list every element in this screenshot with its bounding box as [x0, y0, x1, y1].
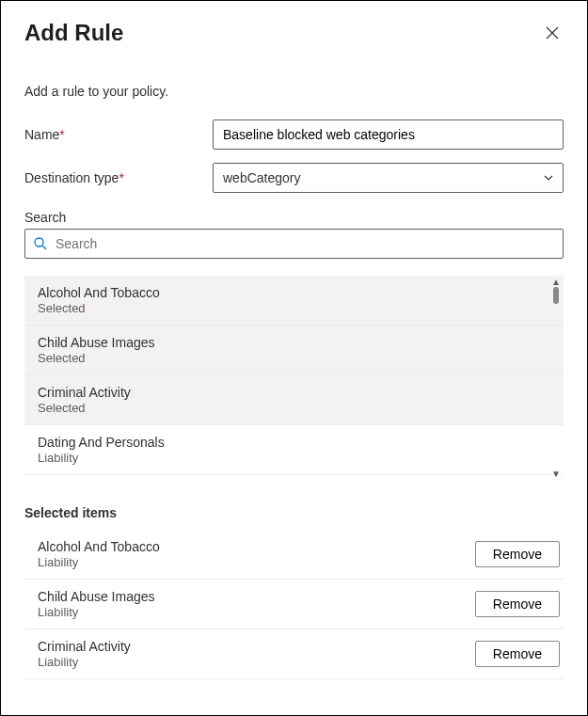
category-list: Alcohol And TobaccoSelectedChild Abuse I…	[24, 276, 564, 481]
search-input[interactable]	[56, 236, 555, 251]
list-item-sub: Selected	[38, 351, 550, 365]
selected-item-sub: Liability	[38, 555, 160, 569]
search-icon	[33, 236, 48, 251]
list-item-sub: Liability	[38, 451, 550, 465]
panel-subtitle: Add a rule to your policy.	[24, 84, 564, 99]
name-label: Name*	[24, 127, 213, 142]
scroll-down-icon: ▼	[551, 469, 561, 479]
list-item[interactable]: Child Abuse ImagesSelected	[24, 326, 564, 375]
list-item[interactable]: Alcohol And TobaccoSelected	[24, 276, 564, 326]
list-item[interactable]: Criminal ActivitySelected	[24, 375, 564, 425]
svg-point-0	[35, 238, 43, 247]
selected-item-sub: Liability	[38, 605, 155, 619]
destination-type-select[interactable]: webCategory	[213, 163, 564, 193]
panel-title: Add Rule	[24, 20, 123, 46]
scroll-thumb[interactable]	[553, 287, 559, 304]
close-icon	[545, 25, 560, 40]
svg-line-1	[42, 246, 46, 249]
list-item-sub: Selected	[38, 301, 550, 315]
search-section: Search	[24, 210, 564, 259]
name-row: Name*	[24, 119, 564, 150]
panel-header: Add Rule	[24, 20, 564, 46]
name-input[interactable]	[213, 119, 564, 150]
selected-item-row: Child Abuse ImagesLiabilityRemove	[24, 580, 564, 629]
search-box[interactable]	[24, 229, 564, 259]
scroll-up-icon: ▲	[551, 278, 561, 287]
add-rule-panel: Add Rule Add a rule to your policy. Name…	[0, 0, 588, 716]
selected-items-heading: Selected items	[24, 505, 564, 520]
destination-type-label: Destination type*	[24, 170, 213, 185]
destination-type-select-wrapper: webCategory	[213, 163, 564, 193]
list-item-name: Dating And Personals	[38, 435, 550, 450]
required-marker: *	[119, 170, 123, 185]
scrollbar[interactable]: ▲ ▼	[549, 276, 563, 481]
destination-type-row: Destination type* webCategory	[24, 163, 564, 193]
close-button[interactable]	[541, 22, 564, 44]
selected-item-name: Criminal Activity	[38, 639, 131, 654]
remove-button[interactable]: Remove	[475, 591, 560, 617]
selected-item-name: Child Abuse Images	[38, 589, 155, 604]
search-label: Search	[24, 210, 564, 225]
selected-item-sub: Liability	[38, 655, 131, 669]
selected-item-row: Criminal ActivityLiabilityRemove	[24, 629, 564, 679]
selected-item-row: Alcohol And TobaccoLiabilityRemove	[24, 530, 564, 580]
list-item-name: Criminal Activity	[38, 385, 550, 400]
required-marker: *	[59, 127, 64, 142]
list-item-name: Alcohol And Tobacco	[38, 285, 550, 300]
remove-button[interactable]: Remove	[475, 641, 560, 667]
selected-item-name: Alcohol And Tobacco	[38, 539, 160, 554]
remove-button[interactable]: Remove	[475, 541, 560, 567]
list-item-name: Child Abuse Images	[38, 335, 550, 350]
list-item[interactable]: Dating And PersonalsLiability	[24, 425, 564, 475]
selected-items-list: Alcohol And TobaccoLiabilityRemoveChild …	[24, 530, 564, 679]
list-item-sub: Selected	[38, 401, 550, 415]
